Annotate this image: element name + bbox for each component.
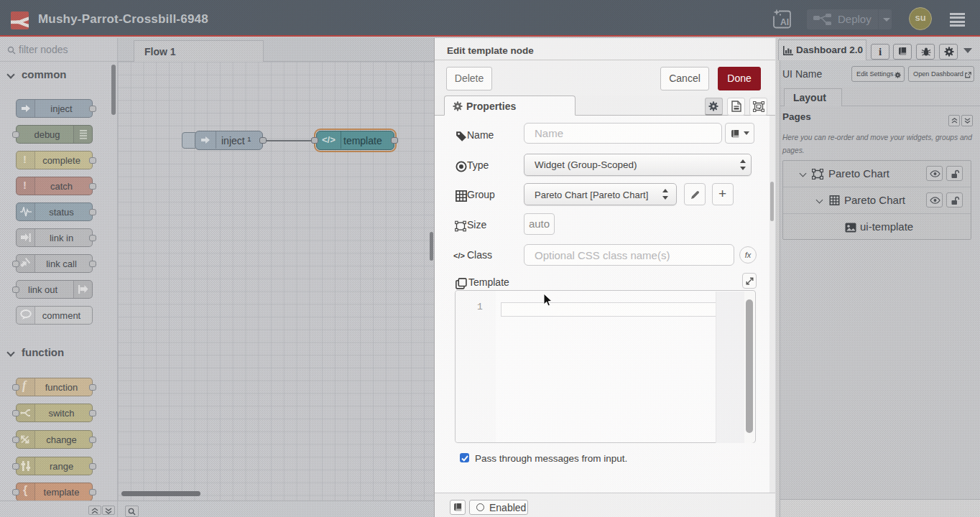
svg-text:AI: AI: [780, 17, 789, 27]
